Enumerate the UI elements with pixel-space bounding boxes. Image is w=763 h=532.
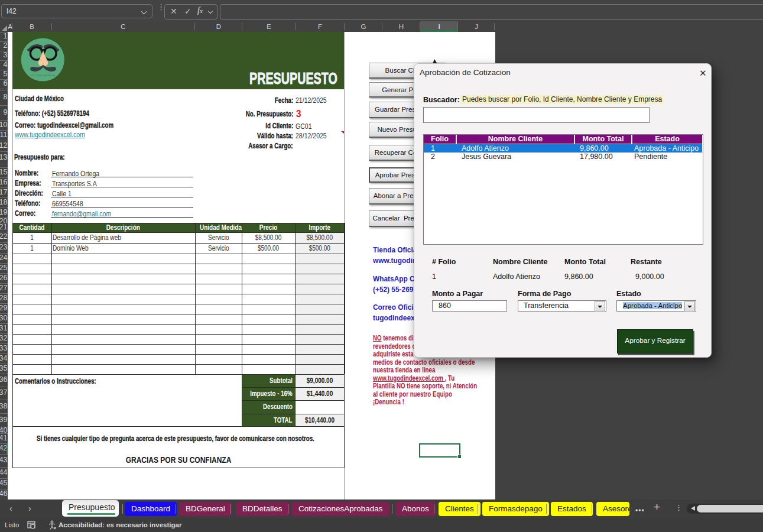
- svg-text:TU DOSIS DE EXCEL: TU DOSIS DE EXCEL: [31, 74, 56, 77]
